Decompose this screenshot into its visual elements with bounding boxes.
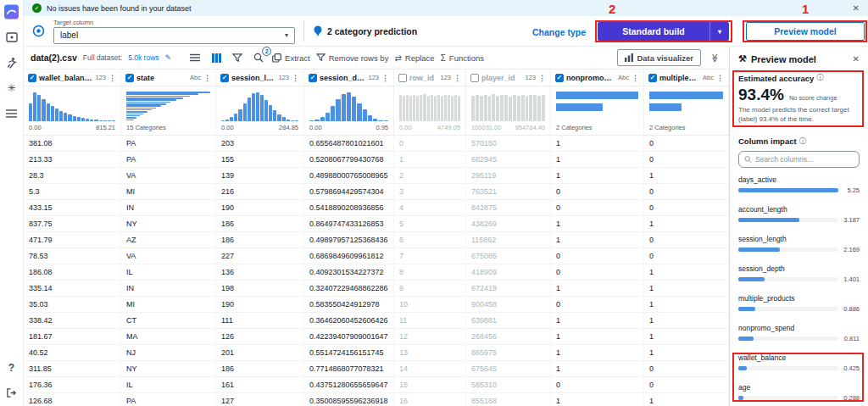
accuracy-info-icon[interactable]: ⓘ [816, 73, 824, 83]
table-row[interactable]: 311.85NY1860.77148680770783211467564510 [24, 361, 729, 377]
table-cell[interactable]: 268456 [466, 329, 551, 344]
table-cell[interactable]: 203 [216, 136, 304, 151]
table-cell[interactable]: 5.3 [24, 184, 121, 199]
table-cell[interactable]: 0.8649747433126853 [304, 216, 394, 231]
table-row[interactable]: 35.03MI1900.5835504249129781090045801 [24, 297, 729, 313]
table-cell[interactable]: 433.15 [24, 200, 121, 215]
datasets-icon[interactable] [4, 106, 19, 120]
table-cell[interactable]: 1 [644, 264, 729, 280]
functions-button[interactable]: Σ Functions [441, 53, 484, 63]
signout-icon[interactable] [4, 386, 19, 400]
impact-item[interactable]: days_active5.25 [738, 175, 860, 194]
impact-item[interactable]: session_depth1.401 [738, 264, 860, 283]
impact-info-icon[interactable]: ⓘ [799, 136, 807, 147]
table-cell[interactable]: 0.583550424912978 [304, 297, 394, 312]
table-cell[interactable]: 181.67 [24, 329, 121, 344]
column-menu-icon[interactable]: ⋮ [716, 74, 724, 82]
table-cell[interactable]: 8 [394, 264, 466, 280]
table-row[interactable]: 181.67MA1260.422394079090016471226845611 [24, 329, 729, 345]
table-cell[interactable]: 1 [551, 232, 644, 247]
table-cell[interactable]: 0 [551, 200, 644, 215]
table-cell[interactable]: 216 [216, 184, 304, 199]
table-cell[interactable]: IL [121, 377, 216, 392]
table-cell[interactable]: IN [121, 281, 216, 296]
table-cell[interactable]: 471.79 [24, 232, 121, 247]
table-cell[interactable]: 186 [216, 216, 304, 231]
table-cell[interactable]: 3 [394, 184, 466, 199]
table-row[interactable]: 40.52NJ2010.55147241561517451386597511 [24, 345, 729, 361]
table-cell[interactable]: 1 [551, 361, 644, 376]
preview-model-button[interactable]: Preview model [746, 22, 865, 41]
column-checkbox[interactable] [398, 74, 407, 82]
table-cell[interactable]: 13 [394, 345, 466, 360]
column-checkbox[interactable] [648, 74, 657, 82]
table-cell[interactable]: 190 [216, 200, 304, 215]
table-cell[interactable]: 0.43751280655659647 [304, 377, 394, 392]
table-cell[interactable]: 213.33 [24, 152, 121, 167]
edit-sample-icon[interactable]: ✎ [165, 53, 172, 62]
table-cell[interactable]: 136 [216, 264, 304, 280]
search-icon[interactable]: 2 [251, 50, 266, 65]
table-cell[interactable]: 161 [216, 377, 304, 392]
column-header[interactable]: multiple_productsAbc⋮ [644, 70, 729, 86]
table-cell[interactable]: 1 [551, 329, 644, 344]
table-cell[interactable]: 0.48988000765008965 [304, 168, 394, 183]
table-cell[interactable]: 2 [394, 168, 466, 183]
table-cell[interactable]: 0 [644, 152, 729, 167]
table-cell[interactable]: 842875 [466, 200, 551, 215]
impact-search-input[interactable] [755, 155, 854, 164]
table-cell[interactable]: VA [121, 248, 216, 264]
column-header[interactable]: wallet_balance123⋮ [24, 70, 121, 86]
table-cell[interactable]: PA [121, 393, 216, 406]
table-cell[interactable]: 5 [394, 216, 466, 231]
table-cell[interactable]: 1 [551, 281, 644, 296]
table-cell[interactable]: 186 [216, 232, 304, 247]
column-header[interactable]: session_length123⋮ [216, 70, 304, 86]
table-cell[interactable]: 35.03 [24, 297, 121, 312]
table-cell[interactable]: 0 [644, 377, 729, 392]
table-cell[interactable]: 1 [644, 297, 729, 312]
table-cell[interactable]: 0 [551, 264, 644, 280]
table-cell[interactable]: 0 [644, 136, 729, 151]
table-cell[interactable]: 0 [644, 248, 729, 264]
table-cell[interactable]: 186.08 [24, 264, 121, 280]
table-row[interactable]: 433.15IN1900.5418890208936856484287500 [24, 200, 729, 216]
column-checkbox[interactable] [555, 74, 564, 82]
table-cell[interactable]: 418909 [466, 264, 551, 280]
table-row[interactable]: 335.14IN1980.32407229468862286967241911 [24, 281, 729, 297]
table-cell[interactable]: 12 [394, 329, 466, 344]
table-row[interactable]: 78.53VA2270.6869849609961812767508500 [24, 248, 729, 264]
panel-close-icon[interactable]: ✕ [853, 54, 860, 64]
table-cell[interactable]: 0 [551, 377, 644, 392]
table-cell[interactable]: 176.36 [24, 377, 121, 392]
table-cell[interactable]: 0 [644, 184, 729, 199]
table-cell[interactable]: 115862 [466, 232, 551, 247]
table-cell[interactable]: 0 [551, 184, 644, 199]
table-cell[interactable]: 0.4092301534227372 [304, 264, 394, 280]
table-cell[interactable]: 1 [644, 313, 729, 328]
table-cell[interactable]: 0.7714868077078321 [304, 361, 394, 376]
column-menu-icon[interactable]: ⋮ [538, 74, 546, 82]
table-cell[interactable]: 1 [644, 329, 729, 344]
table-row[interactable]: 28.3VA1390.48988000765008965229511911 [24, 168, 729, 184]
table-cell[interactable]: 155 [216, 152, 304, 167]
models-icon[interactable] [4, 30, 19, 44]
column-header[interactable]: session_depth123⋮ [304, 70, 394, 86]
table-cell[interactable]: 190 [216, 297, 304, 312]
column-checkbox[interactable] [470, 74, 479, 82]
column-menu-icon[interactable]: ⋮ [453, 74, 461, 82]
table-cell[interactable]: 7 [394, 248, 466, 264]
table-cell[interactable]: 186 [216, 361, 304, 376]
table-cell[interactable]: 675645 [466, 361, 551, 376]
table-cell[interactable]: 9 [394, 281, 466, 296]
table-cell[interactable]: 763521 [466, 184, 551, 199]
column-menu-icon[interactable]: ⋮ [632, 74, 639, 82]
list-view-icon[interactable] [187, 50, 203, 65]
table-cell[interactable]: 381.08 [24, 136, 121, 151]
table-cell[interactable]: 0.36462060452606426 [304, 313, 394, 328]
table-cell[interactable]: 855168 [466, 393, 551, 406]
table-cell[interactable]: 311.85 [24, 361, 121, 376]
column-header[interactable]: stateAbc⋮ [121, 70, 216, 86]
table-cell[interactable]: 15 [394, 377, 466, 392]
column-checkbox[interactable] [28, 74, 36, 82]
